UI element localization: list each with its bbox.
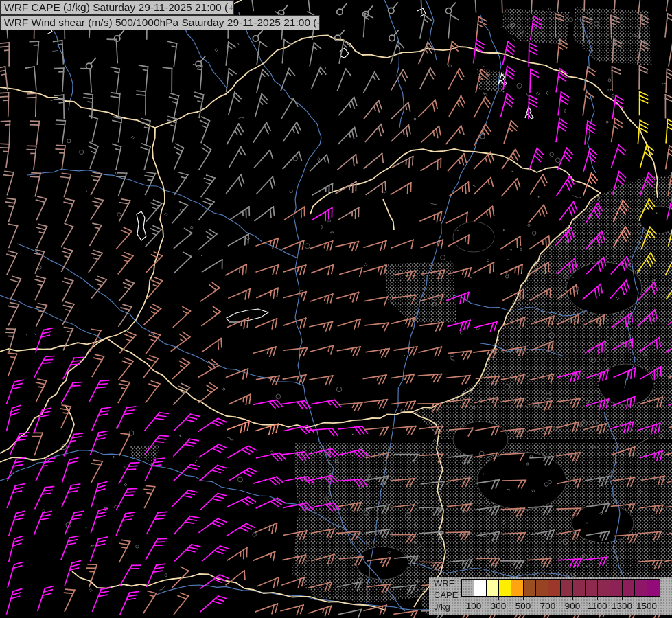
legend-tick-mark (474, 596, 474, 600)
legend-cell-4 (511, 580, 524, 596)
legend-color-bar (461, 579, 660, 597)
legend-cell-12 (610, 580, 623, 596)
legend-tick-mark (523, 596, 524, 600)
legend-tick-mark (548, 596, 548, 600)
legend-cell-10 (586, 580, 598, 596)
legend-label-cape: CAPE (434, 589, 458, 601)
legend-cell-14 (635, 580, 647, 596)
title-shear-text: WRF Wind shear (m/s) 500/1000hPa Saturda… (4, 16, 320, 30)
cape-legend: WRF CAPE J/kg 10030050070090011001300150… (429, 577, 672, 615)
legend-tick-mark (597, 596, 598, 600)
legend-cell-11 (598, 580, 610, 596)
title-bar-shear: WRF Wind shear (m/s) 500/1000hPa Saturda… (0, 15, 320, 30)
legend-label-unit: J/kg (434, 601, 458, 613)
legend-cell-2 (487, 580, 499, 596)
legend-label: WRF CAPE J/kg (434, 577, 458, 613)
legend-cell-7 (548, 580, 561, 596)
legend-cell-3 (499, 580, 511, 596)
legend-cell-13 (623, 580, 635, 596)
legend-tick-mark (498, 596, 499, 600)
legend-cell-15 (647, 580, 660, 596)
title-bar-cape: WRF CAPE (J/kg) Saturday 29-11-2025 21:0… (0, 0, 234, 15)
weather-map (0, 0, 672, 618)
title-cape-text: WRF CAPE (J/kg) Saturday 29-11-2025 21:0… (4, 1, 234, 14)
legend-cell-1 (474, 580, 487, 596)
legend-cell-6 (536, 580, 548, 596)
legend-cell-5 (524, 580, 536, 596)
legend-tick-value: 1500 (632, 601, 662, 611)
legend-tick-mark (647, 596, 647, 600)
legend-label-wrf: WRF (434, 577, 458, 589)
legend-cell-9 (573, 580, 586, 596)
legend-tick-mark (622, 596, 623, 600)
legend-tick-mark (572, 596, 573, 600)
legend-cell-8 (561, 580, 573, 596)
legend-cell-0 (462, 580, 474, 596)
weather-map-screenshot: WRF CAPE (J/kg) Saturday 29-11-2025 21:0… (0, 0, 672, 618)
